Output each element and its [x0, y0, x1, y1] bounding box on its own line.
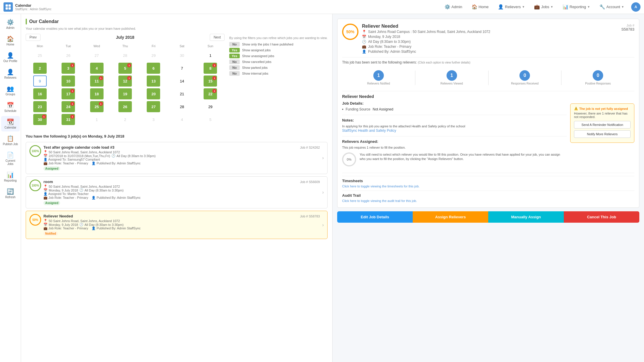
- filter-badge[interactable]: Yes: [229, 54, 240, 58]
- nav-home[interactable]: 🏠 Home: [469, 3, 491, 11]
- calendar-cell[interactable]: 111: [83, 75, 111, 87]
- sidebar-admin-icon: ⚙️: [7, 19, 14, 26]
- calendar-cell[interactable]: 29: [196, 100, 225, 113]
- calendar-day: 81: [204, 63, 217, 74]
- calendar-cell[interactable]: 26: [54, 49, 82, 62]
- calendar-cell[interactable]: 311: [54, 113, 82, 126]
- calendar-cell[interactable]: 301: [26, 113, 54, 126]
- send-reminder-button[interactable]: Send A Reminder Notification: [574, 121, 631, 129]
- calendar-cell[interactable]: 221: [196, 87, 225, 100]
- calendar-cell[interactable]: 4: [83, 62, 111, 75]
- calendar-cell[interactable]: 241: [54, 100, 82, 113]
- calendar-day: 28: [175, 101, 189, 112]
- calendar-cell[interactable]: 31: [54, 62, 82, 75]
- sidebar-item-schedule[interactable]: 📅 Schedule: [1, 99, 20, 115]
- audit-trail-link[interactable]: Click here to toggle viewing the audit t…: [342, 199, 417, 203]
- sidebar-item-refresh[interactable]: 🔄 Refresh: [1, 186, 20, 201]
- sidebar-item-current-jobs[interactable]: 📄 Current Jobs: [1, 149, 20, 168]
- calendar-grid: MonTueWedThuFriSatSun 252627282930123145…: [26, 43, 225, 126]
- calendar-cell[interactable]: 20: [139, 87, 168, 100]
- calendar-cell[interactable]: 9: [26, 75, 54, 87]
- calendar-cell[interactable]: 7: [168, 62, 196, 75]
- filter-row[interactable]: NoShow only the jobs I have published: [229, 42, 328, 47]
- sidebar-item-profile[interactable]: 👤 Our Profile: [1, 50, 20, 65]
- job-published: 👤 Published By: Admin StaffSync: [92, 226, 141, 230]
- calendar-cell[interactable]: 5: [196, 113, 225, 126]
- calendar-cell[interactable]: 51: [111, 62, 139, 75]
- job-card[interactable]: 100% room Job # S56609 📍 50 Saint Johns …: [26, 176, 328, 208]
- job-status-circle: 100%: [29, 145, 41, 157]
- stat-box[interactable]: 1 Relievers Notified: [342, 68, 415, 87]
- stat-box[interactable]: 0 Positive Responses: [561, 68, 634, 87]
- calendar-cell[interactable]: 16: [26, 87, 54, 100]
- sidebar-refresh-label: Refresh: [5, 196, 15, 199]
- sidebar-current-label: Current Jobs: [2, 159, 19, 166]
- calendar-cell[interactable]: 81: [196, 62, 225, 75]
- prev-button[interactable]: Prev: [26, 34, 41, 41]
- calendar-cell[interactable]: 171: [54, 87, 82, 100]
- filter-row[interactable]: NoShow parked jobs: [229, 65, 328, 70]
- calendar-cell[interactable]: 26: [111, 100, 139, 113]
- user-avatar[interactable]: A: [631, 2, 640, 12]
- stat-box[interactable]: 1 Relievers Viewed: [415, 68, 488, 87]
- calendar-cell[interactable]: 14: [168, 75, 196, 87]
- calendar-cell[interactable]: 27: [139, 100, 168, 113]
- calendar-cell[interactable]: 18: [83, 87, 111, 100]
- nav-reporting[interactable]: 📊 Reporting ▼: [560, 3, 592, 11]
- assign-relievers-button[interactable]: Assign Relievers: [413, 211, 488, 223]
- next-button[interactable]: Next: [210, 34, 225, 41]
- nav-admin[interactable]: ⚙️ Admin: [442, 3, 465, 11]
- stat-box[interactable]: 0 Responses Received: [489, 68, 561, 87]
- jobs-icon: 💼: [534, 4, 540, 10]
- calendar-cell[interactable]: 28: [168, 100, 196, 113]
- sidebar-item-home[interactable]: 🏠 Home: [1, 33, 20, 48]
- filter-row[interactable]: NoShow cancelled jobs: [229, 59, 328, 64]
- calendar-cell[interactable]: 13: [139, 75, 168, 87]
- calendar-cell[interactable]: 29: [139, 49, 168, 62]
- filter-row[interactable]: NoShow internal jobs: [229, 71, 328, 76]
- filter-row[interactable]: YesShow unassigned jobs: [229, 54, 328, 58]
- filter-badge[interactable]: No: [229, 59, 240, 64]
- calendar-cell[interactable]: 30: [168, 49, 196, 62]
- sidebar-item-reporting[interactable]: 📊 Reporting: [1, 169, 20, 184]
- manually-assign-button[interactable]: Manually Assign: [488, 211, 564, 223]
- edit-job-details-button[interactable]: Edit Job Details: [337, 211, 413, 223]
- sidebar-item-admin[interactable]: ⚙️ Admin: [1, 16, 20, 32]
- calendar-cell[interactable]: 1: [196, 49, 225, 62]
- sidebar-item-groups[interactable]: 👥 Groups: [1, 83, 20, 98]
- calendar-cell[interactable]: 10: [54, 75, 82, 87]
- job-card[interactable]: 100% Test after google calendar code loa…: [26, 142, 328, 174]
- nav-jobs[interactable]: 💼 Jobs ▼: [532, 3, 555, 11]
- filter-badge[interactable]: No: [229, 42, 240, 47]
- cancel-job-button[interactable]: Cancel This Job: [564, 211, 639, 223]
- calendar-cell[interactable]: 4: [168, 113, 196, 126]
- sidebar-item-calendar[interactable]: 📆 Calendar: [1, 116, 20, 131]
- calendar-cell[interactable]: 151: [196, 75, 225, 87]
- calendar-cell[interactable]: 27: [83, 49, 111, 62]
- calendar-title: Our Calendar: [26, 19, 328, 24]
- calendar-cell[interactable]: 1: [83, 113, 111, 126]
- calendar-cell[interactable]: 19: [111, 87, 139, 100]
- nav-relievers[interactable]: 👤 Relievers ▼: [496, 3, 527, 11]
- calendar-cell[interactable]: 251: [83, 100, 111, 113]
- calendar-cell[interactable]: 23: [26, 100, 54, 113]
- calendar-cell[interactable]: 121: [111, 75, 139, 87]
- filter-row[interactable]: YesShow assigned jobs: [229, 48, 328, 52]
- calendar-cell[interactable]: 2: [26, 62, 54, 75]
- calendar-cell[interactable]: 25: [26, 49, 54, 62]
- calendar-cell[interactable]: 3: [139, 113, 168, 126]
- filter-badge[interactable]: No: [229, 65, 240, 70]
- notify-more-button[interactable]: Notify More Relievers: [574, 130, 631, 138]
- filter-badge[interactable]: Yes: [229, 48, 240, 52]
- sidebar-item-publish[interactable]: 📋 Publish Job: [1, 133, 20, 148]
- calendar-cell[interactable]: 6: [139, 62, 168, 75]
- calendar-cell[interactable]: 2: [111, 113, 139, 126]
- sidebar-item-relievers[interactable]: 👤 Relievers: [1, 66, 20, 82]
- calendar-cell[interactable]: 28: [111, 49, 139, 62]
- safety-policy-link[interactable]: StaffSync Health and Safety Policy: [342, 129, 396, 133]
- filter-badge[interactable]: No: [229, 71, 240, 76]
- job-card[interactable]: 50% Reliever Needed Job # S58783 📍 50 Sa…: [26, 211, 328, 239]
- calendar-cell[interactable]: 21: [168, 87, 196, 100]
- nav-account[interactable]: 🔧 Account ▼: [597, 3, 626, 11]
- timesheets-link[interactable]: Click here to toggle viewing the timeshe…: [342, 184, 419, 188]
